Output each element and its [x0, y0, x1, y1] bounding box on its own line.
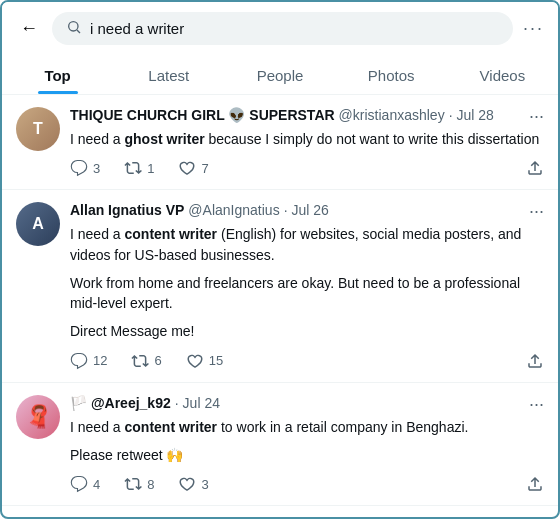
like-count: 7 — [201, 161, 208, 176]
tweet-actions: 4 8 3 — [70, 475, 544, 493]
tab-people[interactable]: People — [224, 55, 335, 94]
tab-photos[interactable]: Photos — [336, 55, 447, 94]
search-bar[interactable]: i need a writer — [52, 12, 513, 45]
tweet-prefix: I need a — [70, 419, 125, 435]
retweet-action[interactable]: 6 — [131, 352, 161, 370]
tweet-suffix: because I simply do not want to write th… — [205, 131, 540, 147]
tweet-prefix: I need a — [70, 226, 125, 242]
tweet-date: Jul 26 — [292, 202, 329, 218]
tweet-card: A Allan Ignatius VP @AlanIgnatius · Jul … — [2, 190, 558, 382]
share-icon — [526, 159, 544, 177]
tweet-user-info: 🏳️ @Areej_k92 · Jul 24 — [70, 395, 521, 411]
reply-action[interactable]: 12 — [70, 352, 107, 370]
more-options-button[interactable]: ··· — [523, 18, 544, 39]
reply-count: 3 — [93, 161, 100, 176]
tweet-suffix: to work in a retail company in Benghazi. — [217, 419, 468, 435]
tweet-more-button[interactable]: ··· — [529, 395, 544, 413]
tweet-text: I need a content writer (English) for we… — [70, 224, 544, 341]
tweet-user-info: Allan Ignatius VP @AlanIgnatius · Jul 26 — [70, 202, 521, 218]
reply-icon — [70, 475, 88, 493]
tweet-bold: ghost writer — [125, 131, 205, 147]
tweet-extra-2: Direct Message me! — [70, 321, 544, 341]
tweet-date: Jul 28 — [457, 107, 494, 123]
like-action[interactable]: 15 — [186, 352, 223, 370]
handle: @AlanIgnatius — [188, 202, 279, 218]
tab-top[interactable]: Top — [2, 55, 113, 94]
reply-count: 12 — [93, 353, 107, 368]
like-icon — [178, 475, 196, 493]
tweet-bold: content writer — [125, 226, 218, 242]
search-icon — [66, 19, 82, 38]
like-count: 3 — [201, 477, 208, 492]
tweet-card: 🧣 🏳️ @Areej_k92 · Jul 24 ··· I need a co… — [2, 383, 558, 507]
like-icon — [186, 352, 204, 370]
tweet-extra-1: Please retweet 🙌 — [70, 445, 544, 465]
dot-separator: · — [449, 107, 453, 123]
dot-separator: · — [284, 202, 288, 218]
avatar: 🧣 — [16, 395, 60, 439]
header: ← i need a writer ··· — [2, 2, 558, 55]
tweet-user-info: THIQUE CHURCH GIRL 👽 SUPERSTAR @kristian… — [70, 107, 521, 123]
tweet-name-row: 🏳️ @Areej_k92 · Jul 24 — [70, 395, 521, 411]
tweet-name-row: THIQUE CHURCH GIRL 👽 SUPERSTAR @kristian… — [70, 107, 521, 123]
reply-icon — [70, 159, 88, 177]
dot-separator: · — [175, 395, 179, 411]
retweet-count: 1 — [147, 161, 154, 176]
avatar-initials: A — [16, 202, 60, 246]
retweet-icon — [131, 352, 149, 370]
tweet-body-container: Allan Ignatius VP @AlanIgnatius · Jul 26… — [70, 202, 544, 369]
like-action[interactable]: 3 — [178, 475, 208, 493]
display-name: THIQUE CHURCH GIRL 👽 SUPERSTAR — [70, 107, 335, 123]
tweet-header: Allan Ignatius VP @AlanIgnatius · Jul 26… — [70, 202, 544, 220]
tweet-actions: 12 6 15 — [70, 352, 544, 370]
tweet-name-row: Allan Ignatius VP @AlanIgnatius · Jul 26 — [70, 202, 521, 218]
tweet-bold: content writer — [125, 419, 218, 435]
share-icon — [526, 475, 544, 493]
tweet-header: THIQUE CHURCH GIRL 👽 SUPERSTAR @kristian… — [70, 107, 544, 125]
tweet-more-button[interactable]: ··· — [529, 107, 544, 125]
reply-action[interactable]: 4 — [70, 475, 100, 493]
reply-icon — [70, 352, 88, 370]
retweet-count: 8 — [147, 477, 154, 492]
retweet-action[interactable]: 1 — [124, 159, 154, 177]
tweet-header: 🏳️ @Areej_k92 · Jul 24 ··· — [70, 395, 544, 413]
tabs-bar: Top Latest People Photos Videos — [2, 55, 558, 95]
reply-count: 4 — [93, 477, 100, 492]
back-button[interactable]: ← — [16, 14, 42, 43]
handle: @kristianxashley — [339, 107, 445, 123]
tweet-body-container: 🏳️ @Areej_k92 · Jul 24 ··· I need a cont… — [70, 395, 544, 494]
tweet-card: T THIQUE CHURCH GIRL 👽 SUPERSTAR @kristi… — [2, 95, 558, 190]
tweet-actions: 3 1 7 — [70, 159, 544, 177]
tweet-text: I need a content writer to work in a ret… — [70, 417, 544, 466]
share-icon — [526, 352, 544, 370]
like-count: 15 — [209, 353, 223, 368]
display-name: Allan Ignatius VP — [70, 202, 184, 218]
tweet-text: I need a ghost writer because I simply d… — [70, 129, 544, 149]
reply-action[interactable]: 3 — [70, 159, 100, 177]
tab-latest[interactable]: Latest — [113, 55, 224, 94]
retweet-icon — [124, 475, 142, 493]
tweet-extra-1: Work from home and freelancers are okay.… — [70, 273, 544, 314]
tab-videos[interactable]: Videos — [447, 55, 558, 94]
search-value: i need a writer — [90, 20, 184, 37]
svg-line-1 — [77, 30, 80, 33]
like-icon — [178, 159, 196, 177]
avatar-initials: 🧣 — [16, 395, 60, 439]
tweet-more-button[interactable]: ··· — [529, 202, 544, 220]
avatar-initials: T — [16, 107, 60, 151]
retweet-action[interactable]: 8 — [124, 475, 154, 493]
share-action[interactable] — [526, 352, 544, 370]
tweet-prefix: I need a — [70, 131, 125, 147]
avatar: A — [16, 202, 60, 246]
avatar: T — [16, 107, 60, 151]
retweet-icon — [124, 159, 142, 177]
tweet-date: Jul 24 — [183, 395, 220, 411]
svg-point-0 — [69, 22, 78, 31]
tweet-body-container: THIQUE CHURCH GIRL 👽 SUPERSTAR @kristian… — [70, 107, 544, 177]
share-action[interactable] — [526, 159, 544, 177]
retweet-count: 6 — [154, 353, 161, 368]
display-name: 🏳️ @Areej_k92 — [70, 395, 171, 411]
share-action[interactable] — [526, 475, 544, 493]
like-action[interactable]: 7 — [178, 159, 208, 177]
